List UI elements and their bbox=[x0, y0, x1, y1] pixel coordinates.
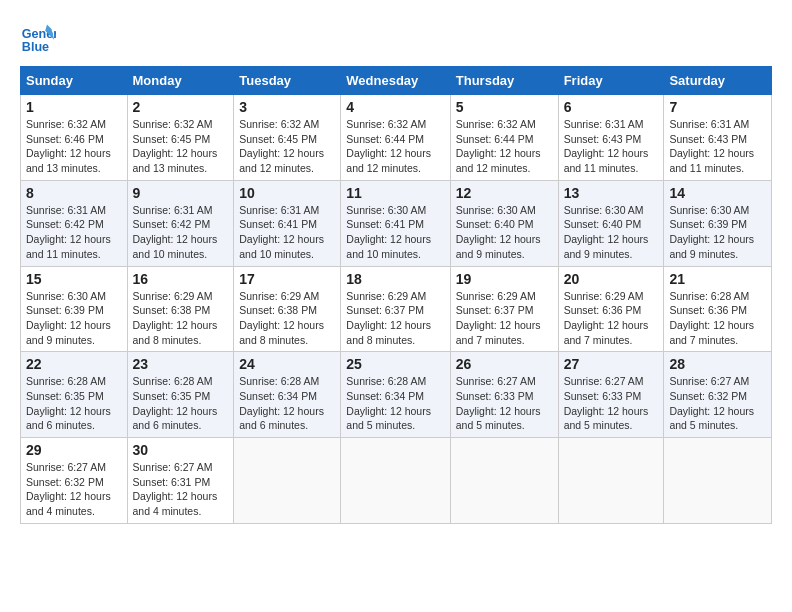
calendar-table: SundayMondayTuesdayWednesdayThursdayFrid… bbox=[20, 66, 772, 524]
header-monday: Monday bbox=[127, 67, 234, 95]
day-number: 3 bbox=[239, 99, 335, 115]
day-detail: Sunrise: 6:28 AM Sunset: 6:34 PM Dayligh… bbox=[346, 374, 444, 433]
day-detail: Sunrise: 6:31 AM Sunset: 6:43 PM Dayligh… bbox=[669, 117, 766, 176]
day-number: 20 bbox=[564, 271, 659, 287]
calendar-cell: 20 Sunrise: 6:29 AM Sunset: 6:36 PM Dayl… bbox=[558, 266, 664, 352]
calendar-cell bbox=[664, 438, 772, 524]
calendar-cell: 27 Sunrise: 6:27 AM Sunset: 6:33 PM Dayl… bbox=[558, 352, 664, 438]
day-number: 23 bbox=[133, 356, 229, 372]
day-detail: Sunrise: 6:30 AM Sunset: 6:40 PM Dayligh… bbox=[456, 203, 553, 262]
day-number: 16 bbox=[133, 271, 229, 287]
day-detail: Sunrise: 6:27 AM Sunset: 6:33 PM Dayligh… bbox=[456, 374, 553, 433]
day-number: 11 bbox=[346, 185, 444, 201]
calendar-cell bbox=[341, 438, 450, 524]
day-number: 30 bbox=[133, 442, 229, 458]
day-number: 8 bbox=[26, 185, 122, 201]
calendar-week-row: 8 Sunrise: 6:31 AM Sunset: 6:42 PM Dayli… bbox=[21, 180, 772, 266]
header-thursday: Thursday bbox=[450, 67, 558, 95]
day-number: 19 bbox=[456, 271, 553, 287]
day-detail: Sunrise: 6:31 AM Sunset: 6:41 PM Dayligh… bbox=[239, 203, 335, 262]
day-detail: Sunrise: 6:29 AM Sunset: 6:38 PM Dayligh… bbox=[133, 289, 229, 348]
day-detail: Sunrise: 6:32 AM Sunset: 6:45 PM Dayligh… bbox=[239, 117, 335, 176]
day-detail: Sunrise: 6:31 AM Sunset: 6:43 PM Dayligh… bbox=[564, 117, 659, 176]
calendar-header-row: SundayMondayTuesdayWednesdayThursdayFrid… bbox=[21, 67, 772, 95]
calendar-week-row: 1 Sunrise: 6:32 AM Sunset: 6:46 PM Dayli… bbox=[21, 95, 772, 181]
day-number: 24 bbox=[239, 356, 335, 372]
day-number: 14 bbox=[669, 185, 766, 201]
day-detail: Sunrise: 6:29 AM Sunset: 6:37 PM Dayligh… bbox=[456, 289, 553, 348]
day-number: 6 bbox=[564, 99, 659, 115]
day-number: 28 bbox=[669, 356, 766, 372]
calendar-cell: 30 Sunrise: 6:27 AM Sunset: 6:31 PM Dayl… bbox=[127, 438, 234, 524]
logo-icon: General Blue bbox=[20, 20, 56, 56]
calendar-cell: 12 Sunrise: 6:30 AM Sunset: 6:40 PM Dayl… bbox=[450, 180, 558, 266]
calendar-cell: 22 Sunrise: 6:28 AM Sunset: 6:35 PM Dayl… bbox=[21, 352, 128, 438]
calendar-cell: 25 Sunrise: 6:28 AM Sunset: 6:34 PM Dayl… bbox=[341, 352, 450, 438]
day-number: 12 bbox=[456, 185, 553, 201]
svg-text:Blue: Blue bbox=[22, 40, 49, 54]
page-header: General Blue bbox=[20, 20, 772, 56]
calendar-cell: 15 Sunrise: 6:30 AM Sunset: 6:39 PM Dayl… bbox=[21, 266, 128, 352]
calendar-week-row: 15 Sunrise: 6:30 AM Sunset: 6:39 PM Dayl… bbox=[21, 266, 772, 352]
day-number: 22 bbox=[26, 356, 122, 372]
header-tuesday: Tuesday bbox=[234, 67, 341, 95]
day-detail: Sunrise: 6:32 AM Sunset: 6:44 PM Dayligh… bbox=[456, 117, 553, 176]
day-number: 4 bbox=[346, 99, 444, 115]
header-friday: Friday bbox=[558, 67, 664, 95]
calendar-cell: 17 Sunrise: 6:29 AM Sunset: 6:38 PM Dayl… bbox=[234, 266, 341, 352]
calendar-cell: 29 Sunrise: 6:27 AM Sunset: 6:32 PM Dayl… bbox=[21, 438, 128, 524]
calendar-cell: 5 Sunrise: 6:32 AM Sunset: 6:44 PM Dayli… bbox=[450, 95, 558, 181]
day-detail: Sunrise: 6:29 AM Sunset: 6:36 PM Dayligh… bbox=[564, 289, 659, 348]
day-detail: Sunrise: 6:30 AM Sunset: 6:39 PM Dayligh… bbox=[669, 203, 766, 262]
day-detail: Sunrise: 6:30 AM Sunset: 6:39 PM Dayligh… bbox=[26, 289, 122, 348]
header-sunday: Sunday bbox=[21, 67, 128, 95]
day-detail: Sunrise: 6:29 AM Sunset: 6:38 PM Dayligh… bbox=[239, 289, 335, 348]
calendar-cell: 6 Sunrise: 6:31 AM Sunset: 6:43 PM Dayli… bbox=[558, 95, 664, 181]
day-number: 2 bbox=[133, 99, 229, 115]
header-wednesday: Wednesday bbox=[341, 67, 450, 95]
calendar-cell bbox=[450, 438, 558, 524]
calendar-cell: 3 Sunrise: 6:32 AM Sunset: 6:45 PM Dayli… bbox=[234, 95, 341, 181]
calendar-cell: 16 Sunrise: 6:29 AM Sunset: 6:38 PM Dayl… bbox=[127, 266, 234, 352]
day-detail: Sunrise: 6:30 AM Sunset: 6:40 PM Dayligh… bbox=[564, 203, 659, 262]
calendar-cell: 9 Sunrise: 6:31 AM Sunset: 6:42 PM Dayli… bbox=[127, 180, 234, 266]
day-detail: Sunrise: 6:31 AM Sunset: 6:42 PM Dayligh… bbox=[133, 203, 229, 262]
day-number: 15 bbox=[26, 271, 122, 287]
calendar-cell: 1 Sunrise: 6:32 AM Sunset: 6:46 PM Dayli… bbox=[21, 95, 128, 181]
calendar-cell: 7 Sunrise: 6:31 AM Sunset: 6:43 PM Dayli… bbox=[664, 95, 772, 181]
day-number: 27 bbox=[564, 356, 659, 372]
calendar-cell bbox=[558, 438, 664, 524]
calendar-cell: 2 Sunrise: 6:32 AM Sunset: 6:45 PM Dayli… bbox=[127, 95, 234, 181]
day-number: 1 bbox=[26, 99, 122, 115]
day-number: 7 bbox=[669, 99, 766, 115]
day-detail: Sunrise: 6:28 AM Sunset: 6:35 PM Dayligh… bbox=[133, 374, 229, 433]
calendar-cell: 14 Sunrise: 6:30 AM Sunset: 6:39 PM Dayl… bbox=[664, 180, 772, 266]
day-number: 10 bbox=[239, 185, 335, 201]
day-detail: Sunrise: 6:27 AM Sunset: 6:33 PM Dayligh… bbox=[564, 374, 659, 433]
day-number: 5 bbox=[456, 99, 553, 115]
day-number: 21 bbox=[669, 271, 766, 287]
logo: General Blue bbox=[20, 20, 60, 56]
day-number: 9 bbox=[133, 185, 229, 201]
calendar-cell: 28 Sunrise: 6:27 AM Sunset: 6:32 PM Dayl… bbox=[664, 352, 772, 438]
day-number: 17 bbox=[239, 271, 335, 287]
calendar-cell: 4 Sunrise: 6:32 AM Sunset: 6:44 PM Dayli… bbox=[341, 95, 450, 181]
calendar-cell: 11 Sunrise: 6:30 AM Sunset: 6:41 PM Dayl… bbox=[341, 180, 450, 266]
day-number: 26 bbox=[456, 356, 553, 372]
day-detail: Sunrise: 6:32 AM Sunset: 6:45 PM Dayligh… bbox=[133, 117, 229, 176]
header-saturday: Saturday bbox=[664, 67, 772, 95]
day-number: 13 bbox=[564, 185, 659, 201]
calendar-cell: 21 Sunrise: 6:28 AM Sunset: 6:36 PM Dayl… bbox=[664, 266, 772, 352]
day-number: 29 bbox=[26, 442, 122, 458]
day-detail: Sunrise: 6:28 AM Sunset: 6:35 PM Dayligh… bbox=[26, 374, 122, 433]
day-detail: Sunrise: 6:32 AM Sunset: 6:44 PM Dayligh… bbox=[346, 117, 444, 176]
calendar-body: 1 Sunrise: 6:32 AM Sunset: 6:46 PM Dayli… bbox=[21, 95, 772, 524]
calendar-cell: 8 Sunrise: 6:31 AM Sunset: 6:42 PM Dayli… bbox=[21, 180, 128, 266]
calendar-cell: 13 Sunrise: 6:30 AM Sunset: 6:40 PM Dayl… bbox=[558, 180, 664, 266]
calendar-cell bbox=[234, 438, 341, 524]
calendar-cell: 23 Sunrise: 6:28 AM Sunset: 6:35 PM Dayl… bbox=[127, 352, 234, 438]
day-detail: Sunrise: 6:30 AM Sunset: 6:41 PM Dayligh… bbox=[346, 203, 444, 262]
calendar-week-row: 29 Sunrise: 6:27 AM Sunset: 6:32 PM Dayl… bbox=[21, 438, 772, 524]
day-detail: Sunrise: 6:29 AM Sunset: 6:37 PM Dayligh… bbox=[346, 289, 444, 348]
day-detail: Sunrise: 6:28 AM Sunset: 6:34 PM Dayligh… bbox=[239, 374, 335, 433]
